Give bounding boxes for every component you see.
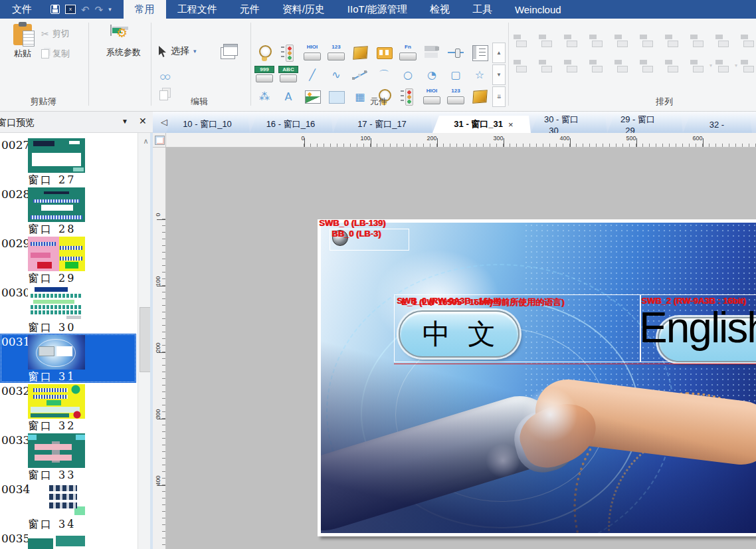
menu-tab[interactable]: 工具 [461, 0, 504, 19]
design-page-window-31[interactable]: SWB_0 (LB-139) BB_0 (LB-3) SWB_0 (RW-9A3… [318, 219, 756, 536]
menu-tab[interactable]: 检视 [419, 0, 461, 19]
window-list-item[interactable]: 0035 [0, 530, 136, 549]
window-list-item[interactable]: 0030 窗口 30 [0, 284, 136, 334]
arrange-icon[interactable] [537, 57, 553, 73]
window-list-item[interactable]: 0027 窗口 27 [0, 137, 136, 186]
component-palette-item[interactable]: 123 [445, 87, 466, 106]
component-palette-item[interactable]: HIOI [421, 87, 442, 106]
menu-tab[interactable]: 资料/历史 [271, 0, 336, 19]
arrange-icon[interactable] [688, 32, 705, 48]
arrange-icon[interactable]: ▾ [713, 57, 730, 73]
window-thumbnail[interactable] [28, 483, 85, 517]
window-thumbnail[interactable] [28, 286, 85, 320]
palette-more-icon[interactable]: ⇊ [492, 86, 506, 107]
window-list-item[interactable]: 0032 窗口 32 [0, 383, 136, 432]
component-palette-item[interactable]: ☆ [469, 65, 490, 84]
arrange-icon[interactable] [739, 57, 755, 73]
window-list-item[interactable]: 0029 窗口 29 [0, 235, 136, 284]
component-palette-item[interactable]: ∿ [326, 65, 347, 84]
component-palette-item[interactable] [421, 43, 442, 62]
window-thumbnail[interactable] [28, 237, 85, 271]
component-palette-item[interactable] [278, 43, 299, 62]
menu-tab[interactable]: Weincloud [504, 0, 573, 19]
arrange-icon[interactable] [537, 32, 553, 48]
component-palette-item[interactable]: ◔ [421, 65, 442, 84]
document-tab[interactable]: 29 - 窗口_29 [607, 116, 683, 133]
menu-tab[interactable]: IIoT/能源管理 [336, 0, 419, 19]
component-palette-item[interactable]: A [278, 87, 299, 106]
component-palette-item[interactable]: ○ [397, 65, 419, 84]
select-tool-button[interactable]: 选择 ▾ [158, 45, 197, 57]
window-list-item[interactable]: 0028 窗口 28 [0, 186, 136, 235]
menu-tab[interactable]: 常用 [124, 0, 166, 19]
window-list-item[interactable]: 0033 窗口 33 [0, 432, 136, 481]
document-tab[interactable]: 16 - 窗口_16 [250, 116, 333, 133]
arrange-icon[interactable] [739, 32, 755, 48]
window-thumbnail[interactable] [28, 433, 85, 468]
menu-tab[interactable]: 工程文件 [166, 0, 229, 19]
component-palette-item[interactable]: 123 [326, 43, 347, 62]
component-palette-item[interactable]: ⁂ [254, 87, 275, 106]
document-tab[interactable]: 30 - 窗口_30 [531, 116, 607, 133]
export-icon[interactable]: x [65, 5, 76, 14]
panel-dropdown-icon[interactable]: ▼ [122, 118, 128, 125]
menu-tab[interactable]: 元件 [229, 0, 271, 19]
arrange-icon[interactable] [638, 32, 654, 48]
save-icon[interactable] [50, 5, 60, 14]
chinese-language-button[interactable]: 中文 [399, 310, 520, 358]
component-palette-item[interactable]: ▢ [445, 65, 466, 84]
component-palette-item[interactable] [469, 43, 490, 62]
copy-button[interactable]: 复制 [41, 48, 70, 60]
component-palette-item[interactable] [326, 87, 347, 106]
arrange-icon[interactable] [587, 57, 604, 73]
arrange-icon[interactable] [613, 57, 629, 73]
panel-close-icon[interactable]: ✕ [139, 116, 147, 126]
ruler-corner-icon[interactable] [153, 133, 166, 148]
system-parameters-button[interactable]: ⚙ 系统参数 [98, 25, 149, 58]
window-thumbnail[interactable] [28, 384, 85, 419]
component-palette-item[interactable] [302, 87, 323, 106]
window-thumbnail[interactable] [28, 187, 85, 222]
paste-button[interactable]: 粘贴 [5, 24, 40, 60]
palette-scroll-up-icon[interactable]: ▲ [492, 43, 506, 63]
arrange-icon[interactable] [512, 57, 528, 73]
arrange-icon[interactable] [512, 32, 528, 48]
select-dropdown-icon[interactable]: ▾ [193, 48, 197, 55]
component-palette-item[interactable]: ABC [278, 65, 299, 84]
file-menu-button[interactable]: 文件 [0, 0, 44, 19]
arrange-icon[interactable] [638, 57, 654, 73]
arrange-icon[interactable] [663, 57, 680, 73]
window-list-item[interactable]: 0034 窗口 34 [0, 481, 136, 530]
duplicate-pages-icon[interactable] [159, 90, 168, 100]
document-tab[interactable]: 17 - 窗口_17 [333, 116, 432, 133]
component-palette-item[interactable]: ╱ [302, 65, 323, 84]
component-palette-item[interactable]: ⌒ [373, 65, 395, 84]
component-palette-item[interactable]: HIOI [302, 43, 323, 62]
arrange-icon[interactable] [613, 32, 629, 48]
window-list-item[interactable]: 0031 窗口 31 [0, 334, 136, 383]
redo-icon[interactable]: ↷ [95, 5, 104, 15]
component-palette-item[interactable] [373, 43, 395, 62]
chain-circles-icon[interactable]: ○○ [159, 70, 169, 84]
palette-scroll-down-icon[interactable]: ▼ [492, 64, 506, 85]
component-palette-item[interactable] [469, 87, 490, 106]
window-thumbnail[interactable] [28, 532, 85, 549]
cut-button[interactable]: ✂ 剪切 [41, 28, 70, 40]
component-palette-item[interactable] [254, 43, 275, 62]
tab-close-icon[interactable]: × [508, 120, 514, 130]
qat-dropdown-icon[interactable]: ▾ [108, 6, 112, 13]
component-palette-item[interactable] [445, 43, 466, 62]
document-tab[interactable]: 31 - 窗口_31 × [432, 116, 531, 133]
window-copy-icon[interactable] [223, 44, 238, 56]
component-palette-item[interactable] [349, 43, 371, 62]
arrange-icon[interactable] [713, 32, 730, 48]
component-palette-item[interactable]: Fn [397, 43, 419, 62]
arrange-icon[interactable] [663, 32, 680, 48]
arrange-icon[interactable] [562, 57, 579, 73]
document-tab[interactable]: 10 - 窗口_10 [166, 116, 250, 133]
undo-icon[interactable]: ↶ [81, 5, 90, 15]
window-thumbnail[interactable] [28, 335, 85, 370]
component-palette-item[interactable]: 999 [254, 65, 275, 84]
arrange-icon[interactable]: ▾ [688, 57, 705, 73]
arrange-icon[interactable] [587, 32, 604, 48]
